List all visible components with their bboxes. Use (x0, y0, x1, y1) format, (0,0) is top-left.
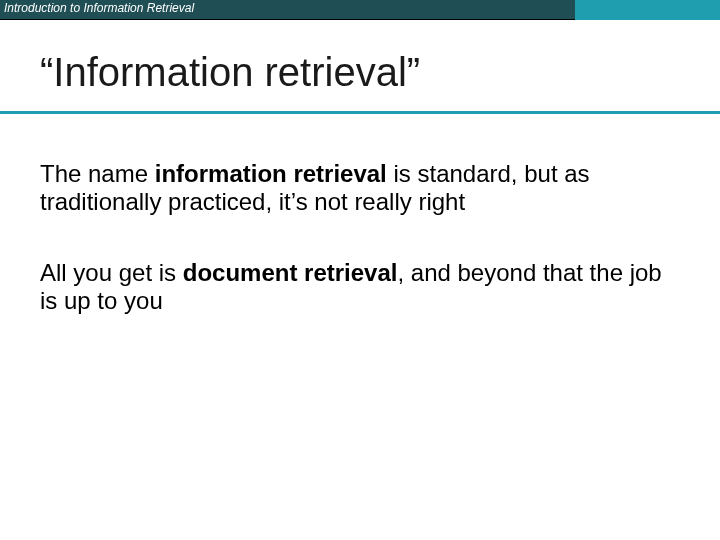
content-area: The name information retrieval is standa… (0, 114, 720, 315)
p1-text-1: The name (40, 160, 155, 187)
p1-bold-1: information retrieval (155, 160, 387, 187)
paragraph-1: The name information retrieval is standa… (40, 160, 670, 217)
header-accent (575, 0, 720, 20)
header-bar: Introduction to Information Retrieval (0, 0, 720, 20)
paragraph-2: All you get is document retrieval, and b… (40, 259, 670, 316)
p2-bold-1: document retrieval (183, 259, 398, 286)
p2-text-1: All you get is (40, 259, 183, 286)
header-label: Introduction to Information Retrieval (0, 0, 575, 20)
title-area: “Information retrieval” (0, 20, 720, 105)
slide-title: “Information retrieval” (40, 50, 720, 95)
